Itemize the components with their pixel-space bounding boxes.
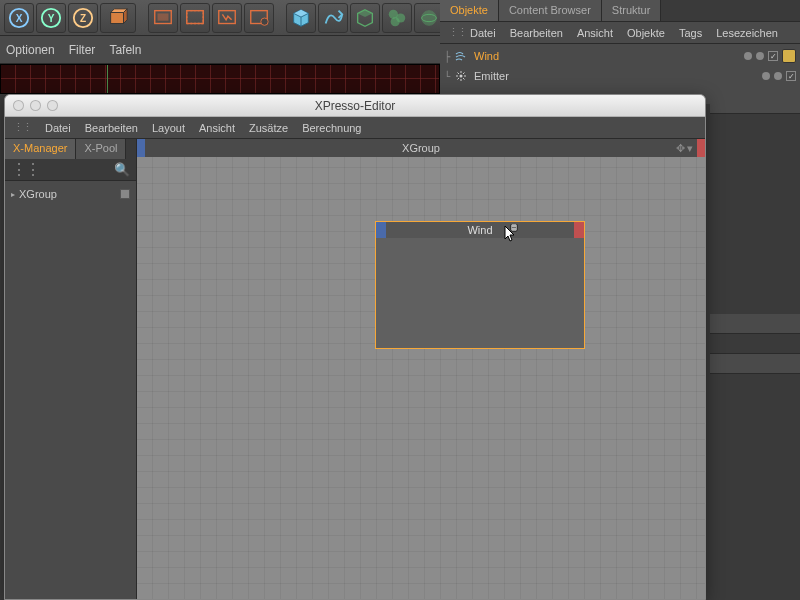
xp-menu-bearbeiten[interactable]: Bearbeiten xyxy=(85,122,138,134)
canvas-header-icons: ✥ ▾ xyxy=(676,142,693,155)
axis-x-button[interactable]: X xyxy=(4,3,34,33)
tab-x-manager[interactable]: X-Manager xyxy=(5,139,76,159)
object-controls: ✓ xyxy=(744,49,796,63)
svg-point-13 xyxy=(261,18,268,25)
layer-dot-icon[interactable] xyxy=(774,72,782,80)
grip-icon[interactable]: ⋮⋮ xyxy=(448,26,456,39)
close-window-button[interactable] xyxy=(13,100,24,111)
xp-menu-datei[interactable]: Datei xyxy=(45,122,71,134)
minimize-window-button[interactable] xyxy=(30,100,41,111)
axis-z-button[interactable]: Z xyxy=(68,3,98,33)
xpresso-tag-icon[interactable] xyxy=(782,49,796,63)
render-settings-button[interactable] xyxy=(212,3,242,33)
canvas-title: XGroup xyxy=(402,142,440,154)
xpresso-canvas[interactable]: Wind xyxy=(137,157,705,599)
svg-point-17 xyxy=(422,10,437,25)
svg-text:Y: Y xyxy=(48,12,55,23)
collapse-icon[interactable]: ▾ xyxy=(687,142,693,155)
primitive-cube-button[interactable] xyxy=(286,3,316,33)
node-input-port-icon[interactable] xyxy=(376,222,386,238)
xpresso-tree: ▸ XGroup xyxy=(5,181,136,599)
node-header[interactable]: Wind xyxy=(376,222,584,238)
svg-rect-9 xyxy=(187,10,204,23)
move-icon[interactable]: ✥ xyxy=(676,142,685,155)
object-name: Wind xyxy=(472,50,501,62)
svg-rect-8 xyxy=(158,13,169,20)
object-controls: ✓ xyxy=(762,71,796,81)
object-row-emitter[interactable]: └ Emitter ✓ xyxy=(440,66,800,86)
grip-icon[interactable]: ⋮⋮ xyxy=(13,121,31,134)
layer-dot-icon[interactable] xyxy=(744,52,752,60)
xpresso-sidebar: X-Manager X-Pool ⋮⋮ 🔍 ▸ XGroup xyxy=(5,139,137,599)
render-view-button[interactable] xyxy=(148,3,178,33)
node-title: Wind xyxy=(467,224,492,236)
xp-menu-berechnung[interactable]: Berechnung xyxy=(302,122,361,134)
deformer-button[interactable] xyxy=(382,3,412,33)
menu-filter[interactable]: Filter xyxy=(69,43,96,57)
visibility-toggle[interactable]: ✓ xyxy=(768,51,778,61)
render-region-button[interactable] xyxy=(180,3,210,33)
canvas-header[interactable]: XGroup ✥ ▾ xyxy=(137,139,705,157)
xpresso-search-bar[interactable]: ⋮⋮ 🔍 xyxy=(5,159,136,181)
search-icon[interactable]: 🔍 xyxy=(114,162,130,177)
input-port-icon[interactable] xyxy=(137,139,145,157)
obj-menu-tags[interactable]: Tags xyxy=(679,27,702,39)
svg-rect-10 xyxy=(187,10,204,23)
render-queue-button[interactable] xyxy=(244,3,274,33)
zoom-window-button[interactable] xyxy=(47,100,58,111)
tree-row-xgroup[interactable]: ▸ XGroup xyxy=(11,185,130,203)
tab-x-pool[interactable]: X-Pool xyxy=(76,139,126,159)
obj-menu-ansicht[interactable]: Ansicht xyxy=(577,27,613,39)
svg-text:Z: Z xyxy=(80,12,86,23)
timeline-strip xyxy=(710,94,800,600)
traffic-lights xyxy=(13,100,58,111)
xp-menu-layout[interactable]: Layout xyxy=(152,122,185,134)
viewport[interactable] xyxy=(0,64,440,94)
xpresso-canvas-wrap: XGroup ✥ ▾ Wind xyxy=(137,139,705,599)
objects-panel: Objekte Content Browser Struktur ⋮⋮ Date… xyxy=(440,0,800,104)
xp-menu-ansicht[interactable]: Ansicht xyxy=(199,122,235,134)
tree-connector-icon: ├ xyxy=(444,51,450,62)
window-title: XPresso-Editor xyxy=(315,99,396,113)
object-row-wind[interactable]: ├ Wind ✓ xyxy=(440,46,800,66)
spline-button[interactable] xyxy=(318,3,348,33)
node-body[interactable] xyxy=(376,238,584,348)
expand-triangle-icon[interactable]: ▸ xyxy=(11,190,15,199)
tree-connector-icon: └ xyxy=(444,71,450,82)
viewport-axis-line xyxy=(107,65,108,93)
obj-menu-datei[interactable]: Datei xyxy=(470,27,496,39)
coord-system-button[interactable] xyxy=(100,3,136,33)
xpresso-menubar: ⋮⋮ Datei Bearbeiten Layout Ansicht Zusät… xyxy=(5,117,705,139)
svg-text:X: X xyxy=(16,12,23,23)
svg-rect-6 xyxy=(111,12,124,23)
obj-menu-objekte[interactable]: Objekte xyxy=(627,27,665,39)
tab-struktur[interactable]: Struktur xyxy=(602,0,662,21)
axis-y-button[interactable]: Y xyxy=(36,3,66,33)
node-output-port-icon[interactable] xyxy=(574,222,584,238)
svg-point-18 xyxy=(460,75,463,78)
object-name: Emitter xyxy=(472,70,511,82)
xpresso-editor-window: XPresso-Editor ⋮⋮ Datei Bearbeiten Layou… xyxy=(4,94,706,600)
visibility-toggle[interactable]: ✓ xyxy=(786,71,796,81)
generator-button[interactable] xyxy=(350,3,380,33)
xp-menu-zusaetze[interactable]: Zusätze xyxy=(249,122,288,134)
objects-menubar: ⋮⋮ Datei Bearbeiten Ansicht Objekte Tags… xyxy=(440,22,800,44)
window-titlebar[interactable]: XPresso-Editor xyxy=(5,95,705,117)
menu-optionen[interactable]: Optionen xyxy=(6,43,55,57)
obj-menu-bearbeiten[interactable]: Bearbeiten xyxy=(510,27,563,39)
obj-menu-lesezeichen[interactable]: Lesezeichen xyxy=(716,27,778,39)
tab-content-browser[interactable]: Content Browser xyxy=(499,0,602,21)
tree-item-label: XGroup xyxy=(19,188,57,200)
tab-objekte[interactable]: Objekte xyxy=(440,0,499,21)
node-wind[interactable]: Wind xyxy=(375,221,585,349)
layer-dot-icon[interactable] xyxy=(762,72,770,80)
tree-item-box-icon[interactable] xyxy=(120,189,130,199)
wind-icon xyxy=(454,49,468,63)
xpresso-body: X-Manager X-Pool ⋮⋮ 🔍 ▸ XGroup XGroup xyxy=(5,139,705,599)
xpresso-side-tabs: X-Manager X-Pool xyxy=(5,139,136,159)
emitter-icon xyxy=(454,69,468,83)
menu-tafeln[interactable]: Tafeln xyxy=(109,43,141,57)
grip-icon[interactable]: ⋮⋮ xyxy=(11,160,39,179)
output-port-icon[interactable] xyxy=(697,139,705,157)
layer-dot-icon[interactable] xyxy=(756,52,764,60)
